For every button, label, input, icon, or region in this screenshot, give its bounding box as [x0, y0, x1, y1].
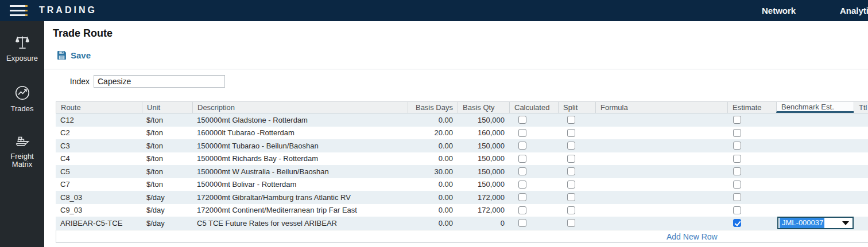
cell-basis-days[interactable]: 0.00: [408, 139, 458, 152]
cell-unit[interactable]: $/ton: [142, 139, 192, 152]
cell-ttl[interactable]: [854, 165, 868, 178]
cell-route[interactable]: C5: [56, 165, 142, 178]
sidebar-item-freight-matrix[interactable]: Freight Matrix: [0, 132, 44, 168]
table-row[interactable]: C7 $/ton 150000mt Bolivar - Rotterdam 0.…: [56, 178, 868, 191]
cell-formula[interactable]: [595, 165, 727, 178]
cell-basis-qty[interactable]: 150,000: [458, 113, 509, 127]
cell-description[interactable]: 150000mt W Australia - Beilun/Baoshan: [192, 165, 408, 178]
cell-benchmark-est[interactable]: [776, 191, 854, 204]
cell-ttl[interactable]: [854, 113, 868, 127]
cell-description[interactable]: C5 TCE Future Rates for vessel ARIBEAR: [192, 217, 408, 230]
table-row[interactable]: C9_03 $/day 172000mt Continent/Mediterra…: [56, 204, 868, 217]
cell-description[interactable]: 150000mt Richards Bay - Rotterdam: [192, 152, 408, 166]
cell-unit[interactable]: $/day: [142, 204, 192, 217]
cell-basis-days[interactable]: 0.00: [408, 217, 458, 230]
sidebar-item-trades[interactable]: Trades: [0, 84, 44, 113]
cell-formula[interactable]: [595, 204, 727, 217]
save-button[interactable]: Save: [57, 50, 91, 60]
benchmark-est-dropdown[interactable]: JML-000037: [777, 217, 854, 229]
cell-basis-days[interactable]: 0.00: [408, 204, 458, 217]
estimate-checkbox[interactable]: [733, 206, 741, 214]
cell-description[interactable]: 172000mt Gibraltar/Hamburg trans Atlanti…: [192, 191, 408, 204]
cell-basis-qty[interactable]: 150,000: [458, 165, 509, 178]
cell-description[interactable]: 172000mt Continent/Mediterranean trip Fa…: [192, 204, 408, 217]
table-row[interactable]: C3 $/ton 150000mt Tubarao - Beilun/Baosh…: [56, 139, 868, 152]
split-checkbox[interactable]: [567, 167, 575, 175]
table-row[interactable]: C5 $/ton 150000mt W Australia - Beilun/B…: [56, 165, 868, 178]
cell-benchmark-est[interactable]: [776, 139, 854, 152]
cell-basis-qty[interactable]: 150,000: [458, 178, 509, 191]
cell-unit[interactable]: $/ton: [142, 127, 192, 140]
cell-basis-qty[interactable]: 160,000: [458, 127, 509, 140]
table-row[interactable]: C4 $/ton 150000mt Richards Bay - Rotterd…: [56, 152, 868, 166]
cell-formula[interactable]: [595, 139, 727, 152]
calculated-checkbox[interactable]: [518, 155, 526, 163]
cell-description[interactable]: 160000lt Tubarao -Rotterdam: [192, 127, 408, 140]
cell-benchmark-est[interactable]: JML-000037: [776, 217, 854, 230]
estimate-checkbox[interactable]: [733, 167, 741, 175]
column-header-benchmark-est[interactable]: Benchmark Est.: [776, 102, 854, 113]
split-checkbox[interactable]: [567, 206, 575, 214]
split-checkbox[interactable]: [567, 219, 575, 227]
calculated-checkbox[interactable]: [518, 206, 526, 214]
table-row[interactable]: C2 $/ton 160000lt Tubarao -Rotterdam 20.…: [56, 127, 868, 140]
table-row[interactable]: C8_03 $/day 172000mt Gibraltar/Hamburg t…: [56, 191, 868, 204]
cell-basis-days[interactable]: 30.00: [408, 165, 458, 178]
index-input[interactable]: [94, 75, 225, 88]
cell-route[interactable]: C3: [56, 139, 142, 152]
cell-description[interactable]: 150000mt Bolivar - Rotterdam: [192, 178, 408, 191]
cell-unit[interactable]: $/ton: [142, 165, 192, 178]
cell-ttl[interactable]: [854, 204, 868, 217]
column-header-formula[interactable]: Formula: [595, 102, 727, 113]
cell-route[interactable]: C2: [56, 127, 142, 140]
cell-benchmark-est[interactable]: [776, 204, 854, 217]
cell-unit[interactable]: $/ton: [142, 152, 192, 166]
split-checkbox[interactable]: [567, 181, 575, 189]
cell-benchmark-est[interactable]: [776, 165, 854, 178]
nav-network-link[interactable]: Network: [762, 6, 796, 15]
column-header-split[interactable]: Split: [558, 102, 595, 113]
cell-formula[interactable]: [595, 113, 727, 127]
cell-unit[interactable]: $/ton: [142, 113, 192, 127]
cell-formula[interactable]: [595, 217, 727, 230]
cell-basis-qty[interactable]: 150,000: [458, 139, 509, 152]
column-header-calculated[interactable]: Calculated: [509, 102, 558, 113]
cell-formula[interactable]: [595, 191, 727, 204]
cell-basis-days[interactable]: 0.00: [408, 178, 458, 191]
hamburger-menu-icon[interactable]: [10, 5, 28, 16]
cell-route[interactable]: C7: [56, 178, 142, 191]
cell-formula[interactable]: [595, 127, 727, 140]
cell-ttl[interactable]: [854, 217, 868, 230]
cell-basis-qty[interactable]: 150,000: [458, 152, 509, 166]
nav-analytics-link[interactable]: Analytics: [840, 6, 868, 15]
split-checkbox[interactable]: [567, 193, 575, 201]
table-row[interactable]: C12 $/ton 150000mt Gladstone - Rotterdam…: [56, 113, 868, 127]
estimate-checkbox[interactable]: [733, 181, 741, 189]
calculated-checkbox[interactable]: [518, 167, 526, 175]
cell-formula[interactable]: [595, 178, 727, 191]
column-header-ttl[interactable]: Ttl: [854, 102, 868, 113]
estimate-checkbox[interactable]: [733, 129, 741, 137]
column-header-route[interactable]: Route: [56, 102, 142, 113]
cell-benchmark-est[interactable]: [776, 113, 854, 127]
cell-basis-days[interactable]: 0.00: [408, 113, 458, 127]
calculated-checkbox[interactable]: [518, 193, 526, 201]
table-row[interactable]: ARIBEAR-C5-TCE $/day C5 TCE Future Rates…: [56, 217, 868, 230]
cell-route[interactable]: C9_03: [56, 204, 142, 217]
split-checkbox[interactable]: [567, 142, 575, 150]
calculated-checkbox[interactable]: [518, 219, 526, 227]
split-checkbox[interactable]: [567, 155, 575, 163]
cell-description[interactable]: 150000mt Tubarao - Beilun/Baoshan: [192, 139, 408, 152]
column-header-estimate[interactable]: Estimate: [727, 102, 776, 113]
add-new-row-link[interactable]: Add New Row: [666, 232, 718, 241]
cell-basis-days[interactable]: 20.00: [408, 127, 458, 140]
cell-basis-qty[interactable]: 172,000: [458, 204, 509, 217]
cell-unit[interactable]: $/ton: [142, 178, 192, 191]
column-header-description[interactable]: Description: [192, 102, 408, 113]
calculated-checkbox[interactable]: [518, 181, 526, 189]
estimate-checkbox[interactable]: [733, 142, 741, 150]
cell-route[interactable]: C8_03: [56, 191, 142, 204]
cell-route[interactable]: C4: [56, 152, 142, 166]
split-checkbox[interactable]: [567, 129, 575, 137]
column-header-basis-days[interactable]: Basis Days: [408, 102, 458, 113]
